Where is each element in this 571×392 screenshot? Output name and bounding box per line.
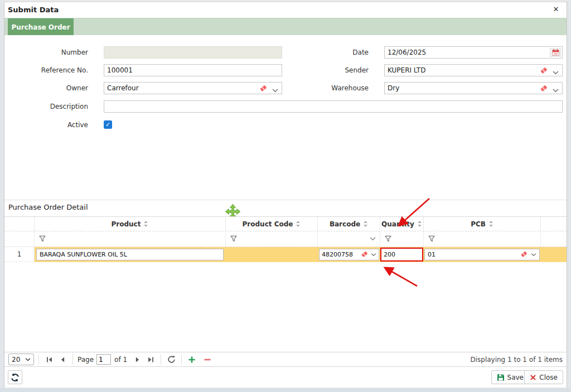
clear-eraser-icon[interactable] xyxy=(361,250,368,259)
close-button[interactable]: Close xyxy=(524,370,563,384)
column-header-pcb[interactable]: PCB xyxy=(424,217,541,231)
warehouse-field[interactable] xyxy=(384,82,563,94)
column-header-barcode[interactable]: Barcode xyxy=(318,217,380,231)
refresh-button[interactable] xyxy=(8,370,22,384)
tab-label: Purchase Order xyxy=(11,23,70,31)
submit-data-dialog: Submit Data ✕ Purchase Order Number Date… xyxy=(4,2,567,388)
display-status: Displaying 1 to 1 of 1 items xyxy=(470,356,563,364)
calendar-button[interactable] xyxy=(550,48,561,57)
refresh-icon xyxy=(11,373,20,382)
dialog-close-icon[interactable]: ✕ xyxy=(551,5,560,14)
pcb-filter[interactable] xyxy=(424,231,541,246)
footer-toolbar: Save Close xyxy=(4,367,567,388)
chevron-down-icon[interactable] xyxy=(553,69,559,76)
warehouse-combo xyxy=(384,82,563,94)
description-field[interactable] xyxy=(104,100,563,113)
reference-label: Reference No. xyxy=(4,64,88,76)
owner-combo xyxy=(104,82,282,94)
page-size-select[interactable]: 20 xyxy=(8,354,34,365)
checkmark-icon: ✓ xyxy=(105,121,110,128)
barcode-cell[interactable]: 48200758 xyxy=(318,247,380,262)
divider xyxy=(72,355,73,365)
page-label: Page xyxy=(78,356,94,364)
product-code-cell[interactable] xyxy=(226,247,318,262)
quantity-cell[interactable] xyxy=(380,247,424,262)
pcb-cell[interactable]: 01 xyxy=(424,247,541,262)
table-row[interactable]: 1 48200758 xyxy=(4,247,567,262)
pcb-combo[interactable]: 01 xyxy=(424,249,540,260)
chevron-down-icon[interactable] xyxy=(553,86,559,94)
date-field[interactable] xyxy=(384,46,563,59)
sort-icon xyxy=(363,220,368,228)
filter-blank xyxy=(4,231,35,246)
filler-filter xyxy=(541,231,567,246)
close-x-icon xyxy=(530,374,536,381)
sender-field[interactable] xyxy=(384,64,563,76)
quantity-cell-input[interactable] xyxy=(380,248,423,262)
filter-funnel-icon xyxy=(38,235,46,243)
page-number-input[interactable] xyxy=(96,354,111,365)
number-label: Number xyxy=(4,46,88,59)
description-label: Description xyxy=(4,100,88,113)
column-header-product[interactable]: Product xyxy=(35,217,226,231)
chevron-down-icon[interactable] xyxy=(531,251,536,258)
grid-filter-row xyxy=(4,231,567,247)
barcode-filter[interactable] xyxy=(318,231,380,246)
dialog-titlebar: Submit Data ✕ xyxy=(4,2,567,18)
product-cell[interactable] xyxy=(35,247,226,262)
divider xyxy=(38,355,39,365)
clear-eraser-icon[interactable] xyxy=(540,66,548,76)
detail-section-title: Purchase Order Detail xyxy=(8,203,88,211)
active-checkbox[interactable]: ✓ xyxy=(104,120,112,129)
owner-field[interactable] xyxy=(104,82,282,94)
grid-header-row: Product Product Code Barcode Quantity PC… xyxy=(4,216,567,231)
purchase-order-form: Number Date Reference No. Sender Owner xyxy=(4,35,567,200)
reference-field[interactable] xyxy=(104,64,282,76)
first-page-button[interactable] xyxy=(43,354,55,365)
quantity-filter[interactable] xyxy=(380,231,424,246)
sort-icon xyxy=(143,220,148,228)
next-page-button[interactable] xyxy=(132,354,143,365)
dialog-title: Submit Data xyxy=(8,6,59,14)
date-field-wrap xyxy=(384,46,563,59)
chevron-down-icon xyxy=(25,358,31,361)
tab-purchase-order[interactable]: Purchase Order xyxy=(8,18,74,36)
remove-row-button[interactable] xyxy=(202,354,213,365)
barcode-combo[interactable]: 48200758 xyxy=(319,249,379,260)
date-label: Date xyxy=(283,46,369,59)
save-button[interactable]: Save xyxy=(491,370,529,384)
number-field xyxy=(104,46,282,59)
clear-eraser-icon[interactable] xyxy=(259,84,267,94)
prev-page-button[interactable] xyxy=(57,354,68,365)
tab-strip: Purchase Order xyxy=(4,18,567,35)
chevron-down-icon xyxy=(370,237,376,241)
refresh-icon[interactable] xyxy=(166,354,177,365)
clear-eraser-icon[interactable] xyxy=(520,250,528,259)
filter-funnel-icon xyxy=(230,235,238,243)
row-number-header xyxy=(4,217,35,231)
row-number-cell: 1 xyxy=(4,247,35,262)
filler-cell xyxy=(541,247,567,262)
product-code-filter[interactable] xyxy=(226,231,318,246)
column-header-quantity[interactable]: Quantity xyxy=(380,217,424,231)
divider xyxy=(181,355,182,365)
pagination-bar: 20 Page of 1 Displaying 1 to 1 o xyxy=(4,352,567,367)
purchase-order-detail-grid: Product Product Code Barcode Quantity PC… xyxy=(4,216,567,352)
clear-eraser-icon[interactable] xyxy=(540,84,548,94)
sender-label: Sender xyxy=(283,64,369,76)
divider xyxy=(161,355,161,365)
chevron-down-icon[interactable] xyxy=(371,251,376,258)
product-filter[interactable] xyxy=(35,231,226,246)
filler-header xyxy=(541,217,567,231)
owner-label: Owner xyxy=(4,82,88,94)
page-count-label: of 1 xyxy=(114,356,127,364)
save-floppy-icon xyxy=(497,374,505,381)
sort-icon xyxy=(296,220,301,228)
product-cell-input[interactable] xyxy=(36,249,224,260)
column-header-product-code[interactable]: Product Code xyxy=(226,217,318,231)
last-page-button[interactable] xyxy=(145,354,156,365)
sender-combo xyxy=(384,64,563,76)
chevron-down-icon[interactable] xyxy=(272,86,278,94)
active-label: Active xyxy=(4,119,88,131)
add-row-button[interactable] xyxy=(186,354,197,365)
